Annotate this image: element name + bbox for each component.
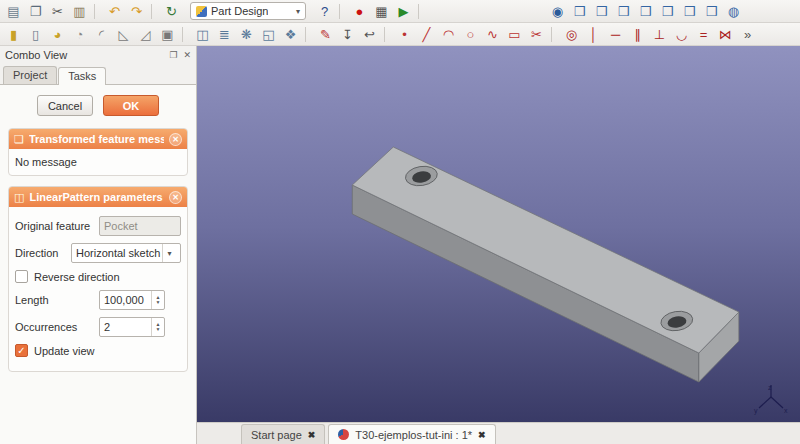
edit-cut-icon[interactable]: ✂	[47, 2, 68, 21]
trim-icon[interactable]: ✂	[526, 25, 547, 44]
toolbar-overflow-icon[interactable]: »	[737, 25, 758, 44]
reverse-direction-label: Reverse direction	[34, 271, 120, 283]
direction-row: Direction Horizontal sketch axis ▾	[15, 243, 181, 263]
reverse-direction-checkbox[interactable]	[15, 270, 28, 283]
new-sketch-icon[interactable]: ✎	[315, 25, 336, 44]
view-front-icon[interactable]: ❒	[591, 2, 612, 21]
polar-pattern-icon[interactable]: ❋	[236, 25, 257, 44]
constraint-parallel-icon[interactable]: ∥	[627, 25, 648, 44]
dropdown-arrow-icon: ▾	[296, 7, 300, 16]
linearpattern-section-title: LinearPattern parameters	[29, 191, 162, 203]
occurrences-label: Occurrences	[15, 321, 93, 333]
toolbar-spacer	[428, 11, 546, 12]
whats-this-icon[interactable]: ?	[314, 2, 335, 21]
toolbar-separator	[94, 4, 100, 19]
constraint-perpendicular-icon[interactable]: ⊥	[649, 25, 670, 44]
cancel-button[interactable]: Cancel	[37, 95, 93, 116]
constraint-equal-icon[interactable]: =	[693, 25, 714, 44]
close-section-icon[interactable]: ✕	[169, 133, 182, 146]
scaled-icon[interactable]: ◱	[258, 25, 279, 44]
revolution-icon[interactable]: ◕	[47, 25, 68, 44]
rectangle-icon[interactable]: ▭	[504, 25, 525, 44]
close-section-icon[interactable]: ✕	[169, 191, 182, 204]
tab-project[interactable]: Project	[3, 66, 57, 84]
macro-play-icon[interactable]: ▶	[393, 2, 414, 21]
close-tab-icon[interactable]: ✖	[478, 430, 486, 440]
view-left-icon[interactable]: ❒	[701, 2, 722, 21]
view-isometric-icon[interactable]: ❒	[569, 2, 590, 21]
view-rear-icon[interactable]: ❒	[657, 2, 678, 21]
draw-style-icon[interactable]: ◍	[723, 2, 744, 21]
leave-sketch-icon[interactable]: ↩	[359, 25, 380, 44]
chamfer-icon[interactable]: ◺	[113, 25, 134, 44]
arc-icon[interactable]: ◠	[438, 25, 459, 44]
update-view-label: Update view	[34, 345, 95, 357]
refresh-icon[interactable]: ↻	[161, 2, 182, 21]
circle-icon[interactable]: ○	[460, 25, 481, 44]
macro-record-icon[interactable]: ●	[349, 2, 370, 21]
linear-pattern-icon[interactable]: ≣	[214, 25, 235, 44]
occurrences-spinbox[interactable]: 2 ▲▼	[99, 317, 165, 337]
original-feature-row: Original feature Pocket	[15, 216, 181, 236]
toolbar-separator	[339, 4, 345, 19]
map-sketch-icon[interactable]: ↧	[337, 25, 358, 44]
line-icon[interactable]: ╱	[416, 25, 437, 44]
axis-y-label: y	[754, 407, 758, 415]
close-tab-icon[interactable]: ✖	[308, 430, 316, 440]
constraint-symmetric-icon[interactable]: ⋈	[715, 25, 736, 44]
constraint-vertical-icon[interactable]: │	[583, 25, 604, 44]
reverse-direction-row: Reverse direction	[15, 270, 181, 283]
view-fit-all-icon[interactable]: ◉	[547, 2, 568, 21]
part-3d-model[interactable]	[197, 46, 800, 422]
ok-button[interactable]: OK	[103, 95, 159, 116]
task-buttons: Cancel OK	[8, 95, 188, 116]
toolbar-separator	[418, 4, 424, 19]
chevron-down-icon: ▾	[162, 244, 176, 262]
length-spinbox[interactable]: 100,000 ▲▼	[99, 290, 165, 310]
view-top-icon[interactable]: ❒	[613, 2, 634, 21]
document-new-icon[interactable]: ▤	[3, 2, 24, 21]
undo-icon[interactable]: ↶	[104, 2, 125, 21]
point-icon[interactable]: •	[394, 25, 415, 44]
spin-down-icon[interactable]: ▼	[156, 327, 161, 332]
tab-label: T30-ejemplos-tut-ini : 1*	[355, 429, 472, 441]
groove-icon[interactable]: ◔	[69, 25, 90, 44]
spin-down-icon[interactable]: ▼	[156, 300, 161, 305]
spinner-arrows: ▲▼	[151, 318, 164, 336]
tab-tasks[interactable]: Tasks	[58, 67, 106, 85]
constraint-horizontal-icon[interactable]: ─	[605, 25, 626, 44]
tab-document[interactable]: T30-ejemplos-tut-ini : 1* ✖	[328, 424, 495, 444]
view-bottom-icon[interactable]: ❒	[679, 2, 700, 21]
edit-paste-icon[interactable]: ▥	[69, 2, 90, 21]
polyline-icon[interactable]: ∿	[482, 25, 503, 44]
combo-view-titlebar: Combo View ❐ ✕	[0, 46, 196, 64]
edit-copy-icon[interactable]: ❐	[25, 2, 46, 21]
workbench-icon	[196, 6, 207, 17]
macro-view-toolbar: ?●▦▶◉❒❒❒❒❒❒❒◍	[314, 2, 744, 21]
draft-icon[interactable]: ◿	[135, 25, 156, 44]
macro-edit-icon[interactable]: ▦	[371, 2, 392, 21]
toolbar-standard: ▤❐✂▥↶↷↻ Part Design ▾ ?●▦▶◉❒❒❒❒❒❒❒◍	[0, 0, 800, 23]
direction-value: Horizontal sketch axis	[76, 247, 162, 259]
redo-icon[interactable]: ↷	[126, 2, 147, 21]
direction-dropdown[interactable]: Horizontal sketch axis ▾	[71, 243, 181, 263]
constraint-tangent-icon[interactable]: ◡	[671, 25, 692, 44]
partdesign-toolbar: ▮▯◕◔◜◺◿▣◫≣❋◱❖✎↧↩•╱◠○∿▭✂◎│─∥⊥◡=⋈»	[3, 25, 758, 44]
fillet-icon[interactable]: ◜	[91, 25, 112, 44]
pad-icon[interactable]: ▮	[3, 25, 24, 44]
thickness-icon[interactable]: ▣	[157, 25, 178, 44]
3d-viewport[interactable]: z y x	[197, 46, 800, 422]
occurrences-value: 2	[100, 318, 151, 336]
tab-start-page[interactable]: Start page ✖	[241, 424, 325, 444]
view-right-icon[interactable]: ❒	[635, 2, 656, 21]
update-view-checkbox[interactable]: ✓	[15, 344, 28, 357]
constraint-coincident-icon[interactable]: ◎	[561, 25, 582, 44]
multitransform-icon[interactable]: ❖	[280, 25, 301, 44]
linearpattern-section: ◫ LinearPattern parameters ✕ Original fe…	[8, 186, 188, 372]
float-panel-icon[interactable]: ❐	[169, 50, 177, 60]
mirrored-icon[interactable]: ◫	[192, 25, 213, 44]
axis-z-label: z	[768, 384, 772, 391]
close-panel-icon[interactable]: ✕	[183, 50, 191, 60]
pocket-icon[interactable]: ▯	[25, 25, 46, 44]
workbench-selector[interactable]: Part Design ▾	[190, 2, 306, 20]
